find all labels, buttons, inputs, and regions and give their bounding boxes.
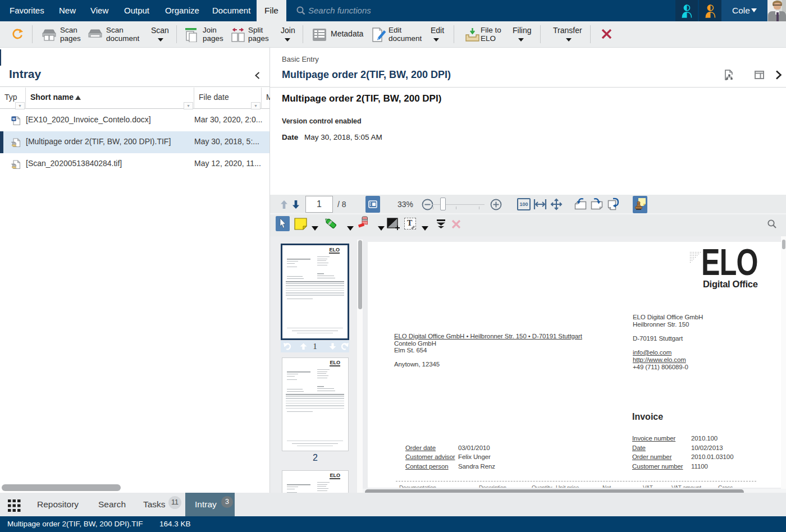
svg-text:w: w xyxy=(12,117,16,121)
